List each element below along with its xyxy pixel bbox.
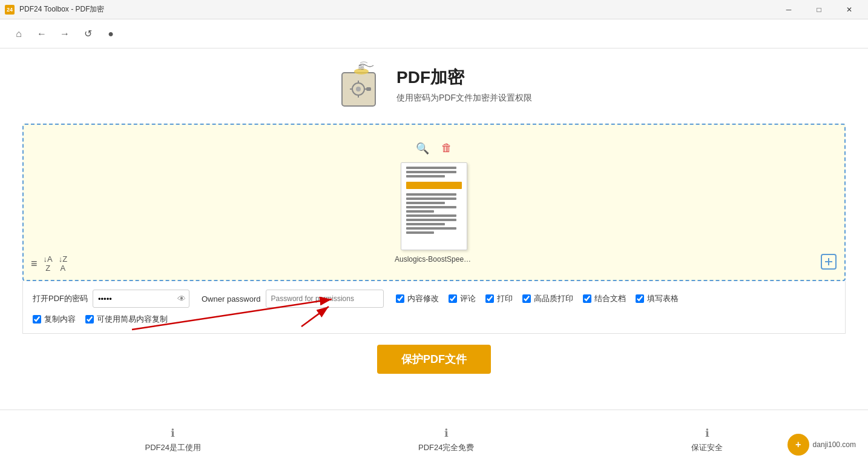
checkbox-simple-copy-input[interactable] (85, 315, 94, 324)
footer-label-2: PDF24完全免费 (418, 442, 474, 453)
titlebar-title: PDF24 Toolbox - PDF加密 (19, 4, 105, 15)
refresh-button[interactable]: ↺ (79, 25, 97, 43)
checkbox-simple-copy: 可使用简易内容复制 (85, 314, 168, 325)
checkbox-content-modify: 内容修改 (396, 293, 439, 304)
minimize-button[interactable]: ─ (775, 0, 803, 19)
safe-icon: ≋ (336, 61, 384, 112)
home-button[interactable]: ⌂ (10, 25, 28, 43)
titlebar-left: 24 PDF24 Toolbox - PDF加密 (5, 4, 105, 15)
titlebar-controls: ─ □ ✕ (775, 0, 863, 19)
protect-btn-container: 保护PDF文件 (377, 345, 491, 374)
open-password-wrapper: 👁 (93, 290, 189, 308)
svg-point-2 (356, 87, 361, 91)
checkbox-fill-form: 填写表格 (636, 293, 679, 304)
checkbox-comment-input[interactable] (449, 294, 457, 303)
pdf-line (406, 223, 445, 225)
pdf-line (406, 202, 445, 204)
content-area: ≋ PDF加密 使用密码为PDF文件加密并设置权限 🔍 🗑 (0, 48, 868, 458)
theme-button[interactable]: ● (102, 25, 120, 43)
checkbox-merge-label[interactable]: 结合文档 (594, 293, 626, 304)
back-icon: ← (37, 28, 47, 39)
drop-zone-toolbar: ≡ ↓AZ ↓ZA (31, 253, 837, 274)
pdf-line (406, 214, 456, 217)
pdf-line (406, 219, 456, 221)
footer-label-3: 保证安全 (691, 442, 723, 453)
delete-button[interactable]: 🗑 (441, 142, 452, 155)
pdf-thumb-content (401, 163, 467, 250)
forward-button[interactable]: → (56, 25, 74, 43)
owner-password-input[interactable] (266, 290, 384, 308)
page-title: PDF加密 (396, 66, 532, 89)
info-icon-1: ℹ (171, 426, 175, 440)
header-text: PDF加密 使用密码为PDF文件加密并设置权限 (396, 66, 532, 104)
checkbox-comment-label[interactable]: 评论 (460, 293, 476, 304)
checkbox-fill-form-label[interactable]: 填写表格 (647, 293, 679, 304)
sort-za-button[interactable]: ↓ZA (59, 254, 67, 273)
titlebar: 24 PDF24 Toolbox - PDF加密 ─ □ ✕ (0, 0, 868, 19)
maximize-button[interactable]: □ (805, 0, 833, 19)
checkbox-hq-print-input[interactable] (522, 294, 531, 303)
checkbox-content-modify-input[interactable] (396, 294, 404, 303)
header-illustration: ≋ (336, 61, 384, 109)
logo-site: danji100.com (813, 440, 856, 449)
file-container: 🔍 🗑 (395, 142, 473, 264)
checkbox-row-2: 复制内容 可使用简易内容复制 (33, 314, 835, 325)
protect-button[interactable]: 保护PDF文件 (377, 345, 491, 374)
zoom-button[interactable]: 🔍 (416, 142, 429, 155)
footer: ℹ PDF24是工使用 ℹ PDF24完全免费 ℹ 保证安全 + danji10… (0, 410, 868, 458)
pdf-line (406, 210, 434, 213)
checkbox-row-1: 内容修改 评论 打印 高品质打印 (396, 293, 679, 304)
add-file-icon (820, 253, 837, 270)
checkbox-merge: 结合文档 (583, 293, 626, 304)
back-button[interactable]: ← (33, 25, 51, 43)
checkbox-print-label[interactable]: 打印 (497, 293, 513, 304)
checkbox-content-modify-label[interactable]: 内容修改 (407, 293, 439, 304)
checkbox-copy-input[interactable] (33, 315, 41, 324)
owner-password-label: Owner password (202, 294, 261, 304)
owner-password-group: Owner password (202, 290, 384, 308)
checkbox-comment: 评论 (449, 293, 476, 304)
checkbox-hq-print: 高品质打印 (522, 293, 573, 304)
list-view-button[interactable]: ≡ (31, 254, 38, 273)
eye-icon[interactable]: 👁 (177, 294, 186, 304)
sort-az-button[interactable]: ↓AZ (44, 254, 53, 273)
checkbox-copy-label[interactable]: 复制内容 (44, 314, 76, 325)
checkbox-print: 打印 (485, 293, 513, 304)
add-file-button[interactable] (820, 253, 837, 274)
svg-rect-7 (366, 87, 371, 91)
theme-icon: ● (108, 28, 114, 39)
pdf-line (406, 175, 445, 178)
open-password-label: 打开PDF的密码 (33, 293, 88, 304)
open-password-group: 打开PDF的密码 👁 (33, 290, 189, 308)
file-actions: 🔍 🗑 (416, 142, 452, 155)
open-password-input[interactable] (93, 290, 189, 308)
info-icon-2: ℹ (444, 426, 449, 440)
footer-item-1: ℹ PDF24是工使用 (145, 426, 201, 453)
navbar: ⌂ ← → ↺ ● (0, 19, 868, 48)
checkbox-hq-print-label[interactable]: 高品质打印 (534, 293, 573, 304)
header-section: ≋ PDF加密 使用密码为PDF文件加密并设置权限 (336, 61, 532, 109)
footer-item-2: ℹ PDF24完全免费 (418, 426, 474, 453)
pdf-line (406, 167, 456, 169)
pdf-line (406, 197, 456, 200)
checkbox-merge-input[interactable] (583, 294, 591, 303)
checkbox-print-input[interactable] (485, 294, 494, 303)
file-thumbnail (401, 162, 467, 250)
checkbox-fill-form-input[interactable] (636, 294, 644, 303)
app-icon: 24 (5, 5, 15, 15)
bottom-logo: + danji100.com (787, 434, 856, 456)
password-section: 打开PDF的密码 👁 Owner password 内容修改 (22, 281, 846, 334)
password-row-1: 打开PDF的密码 👁 Owner password 内容修改 (33, 290, 835, 308)
refresh-icon: ↺ (84, 28, 92, 39)
pdf-line (406, 171, 456, 173)
home-icon: ⌂ (16, 28, 22, 39)
close-button[interactable]: ✕ (835, 0, 863, 19)
pdf-line (406, 231, 434, 234)
checkbox-simple-copy-label[interactable]: 可使用简易内容复制 (97, 314, 168, 325)
drop-zone[interactable]: 🔍 🗑 (22, 124, 846, 281)
checkbox-copy: 复制内容 (33, 314, 76, 325)
pdf-highlight (406, 182, 462, 189)
pdf-line (406, 206, 456, 208)
page-subtitle: 使用密码为PDF文件加密并设置权限 (396, 93, 532, 104)
pdf-line (406, 193, 456, 196)
